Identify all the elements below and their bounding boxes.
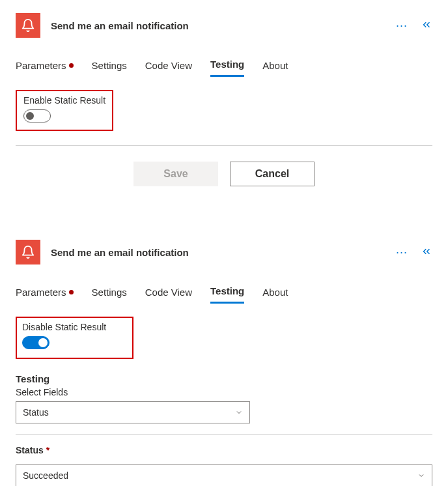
tab-settings[interactable]: Settings bbox=[92, 56, 127, 77]
panel-header: Send me an email notification ··· bbox=[16, 240, 432, 264]
status-label: Status * bbox=[16, 445, 432, 455]
collapse-icon[interactable] bbox=[421, 246, 432, 259]
panel-title: Send me an email notification bbox=[51, 247, 385, 258]
panel-title: Send me an email notification bbox=[51, 20, 385, 31]
static-result-toggle-label: Disable Static Result bbox=[22, 322, 106, 332]
dot-indicator-icon bbox=[69, 63, 74, 68]
tabs: Parameters Settings Code View Testing Ab… bbox=[16, 56, 432, 77]
static-result-toggle-label: Enable Static Result bbox=[23, 95, 105, 106]
bell-icon bbox=[16, 240, 40, 264]
static-result-toggle[interactable] bbox=[23, 109, 51, 122]
tab-parameters[interactable]: Parameters bbox=[16, 283, 74, 304]
status-dropdown[interactable]: Succeeded bbox=[16, 465, 432, 486]
required-asterisk-icon: * bbox=[46, 445, 49, 455]
highlight-annotation: Disable Static Result bbox=[16, 317, 133, 359]
panel-static-result-off: Send me an email notification ··· Parame… bbox=[0, 0, 448, 205]
tabs: Parameters Settings Code View Testing Ab… bbox=[16, 283, 432, 304]
tab-parameters[interactable]: Parameters bbox=[16, 56, 74, 77]
select-fields-label: Select Fields bbox=[16, 387, 432, 397]
more-icon[interactable]: ··· bbox=[396, 246, 408, 258]
collapse-icon[interactable] bbox=[421, 19, 432, 33]
bell-icon bbox=[16, 13, 40, 38]
tab-testing[interactable]: Testing bbox=[210, 283, 244, 304]
tab-testing[interactable]: Testing bbox=[210, 56, 244, 77]
cancel-button[interactable]: Cancel bbox=[230, 162, 315, 186]
static-result-toggle[interactable] bbox=[22, 336, 49, 349]
tab-settings[interactable]: Settings bbox=[92, 283, 127, 304]
status-value: Succeeded bbox=[23, 470, 68, 481]
button-row: Save Cancel bbox=[16, 162, 432, 186]
tab-about[interactable]: About bbox=[262, 56, 288, 77]
header-actions: ··· bbox=[396, 19, 432, 33]
panel-static-result-on: Send me an email notification ··· Parame… bbox=[0, 227, 448, 486]
chevron-down-icon bbox=[417, 472, 425, 479]
dot-indicator-icon bbox=[69, 290, 74, 294]
chevron-down-icon bbox=[235, 408, 243, 416]
tab-code-view[interactable]: Code View bbox=[145, 283, 192, 304]
tab-about[interactable]: About bbox=[262, 283, 288, 304]
select-fields-dropdown[interactable]: Status bbox=[16, 401, 250, 423]
save-button[interactable]: Save bbox=[133, 162, 218, 186]
highlight-annotation: Enable Static Result bbox=[16, 90, 113, 131]
divider bbox=[16, 434, 432, 435]
divider bbox=[16, 145, 432, 146]
testing-heading: Testing bbox=[16, 373, 432, 384]
tab-code-view[interactable]: Code View bbox=[145, 56, 192, 77]
more-icon[interactable]: ··· bbox=[396, 20, 408, 31]
select-fields-value: Status bbox=[23, 407, 49, 418]
header-actions: ··· bbox=[396, 246, 432, 259]
panel-header: Send me an email notification ··· bbox=[16, 13, 432, 38]
